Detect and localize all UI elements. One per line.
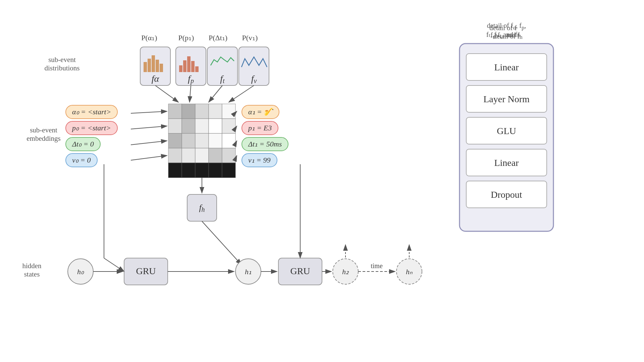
embed-v0: v₀ = 0 [65,153,98,167]
p-p-label: P(p₁) [178,34,194,42]
svg-rect-22 [222,148,235,163]
svg-line-56 [202,221,241,265]
svg-rect-10 [195,119,209,133]
svg-rect-35 [179,65,182,72]
main-svg: fα fp ft fv P(α₁) P(p₁) P(Δt₁) P(v₁) [0,0,644,362]
sub-event-embed-label: sub-event [30,126,57,134]
svg-rect-31 [152,55,155,72]
svg-rect-23 [168,163,182,178]
detail-linear1: Linear [494,62,519,72]
svg-rect-36 [183,60,186,72]
h0-label: h₀ [77,267,84,276]
svg-rect-8 [168,119,182,133]
embed-dt1: Δt₁ = 50ms [241,137,288,151]
svg-rect-9 [182,119,195,133]
p-delta-label: P(Δt₁) [209,34,227,42]
svg-line-71 [104,258,124,272]
embed-alpha1: α₁ = 🎷 [241,105,279,119]
svg-rect-11 [209,119,222,133]
gru1-label: GRU [136,266,156,276]
time-label: time [371,262,383,269]
hidden-states-label2: states [24,270,40,278]
sub-event-dist-label2: distributions [44,64,79,72]
h2-label: h₂ [342,267,349,276]
sub-event-dist-label: sub-event [48,56,76,64]
svg-rect-3 [168,104,182,119]
dist-fa-label: fα [152,73,160,84]
svg-rect-19 [182,148,195,163]
svg-rect-24 [182,163,195,178]
svg-rect-6 [209,104,222,119]
embed-p0: p₀ = <start> [65,121,118,135]
svg-line-49 [131,156,167,160]
svg-rect-30 [148,59,151,72]
svg-rect-18 [168,148,182,163]
svg-line-44 [209,85,222,102]
svg-rect-5 [195,104,209,119]
svg-rect-25 [195,163,209,178]
svg-rect-38 [191,61,195,72]
svg-line-42 [155,85,178,102]
detail-layernorm: Layer Norm [483,94,530,104]
svg-rect-7 [222,104,235,119]
sub-event-embed-label2: embeddings [26,134,60,142]
svg-rect-29 [144,62,147,72]
gru2-label: GRU [290,266,310,276]
svg-line-43 [190,85,191,102]
detail-dropout: Dropout [491,189,522,200]
hn-label: hₙ [406,267,413,276]
detail-panel-title: detail of fα, fp,ft, fv, and fh [466,22,547,41]
embed-alpha0: α₀ = <start> [65,105,118,119]
svg-line-47 [131,126,167,129]
h1-label: h₁ [245,267,252,276]
svg-rect-15 [195,133,209,148]
svg-rect-33 [160,64,163,72]
detail-glu: GLU [497,126,516,136]
svg-rect-26 [209,163,222,178]
p-alpha-label: P(α₁) [141,34,157,42]
svg-rect-12 [222,119,235,133]
detail-linear2: Linear [494,158,519,168]
svg-rect-21 [209,148,222,163]
svg-rect-20 [195,148,209,163]
embed-v1: v₁ = 99 [241,153,277,167]
svg-rect-14 [182,133,195,148]
svg-line-46 [131,111,167,113]
svg-rect-27 [222,163,235,178]
svg-rect-13 [168,133,182,148]
hidden-states-label: hidden [22,262,42,270]
diagram-container: fα fp ft fv P(α₁) P(p₁) P(Δt₁) P(v₁) [0,0,644,362]
embed-p1: p₁ = E3 [241,121,278,135]
p-v-label: P(v₁) [242,34,258,42]
svg-rect-17 [222,133,235,148]
svg-rect-39 [195,66,199,72]
embed-dt0: Δt₀ = 0 [65,137,101,151]
svg-rect-16 [209,133,222,148]
svg-rect-4 [182,104,195,119]
svg-line-48 [131,141,167,145]
svg-line-45 [229,85,254,102]
svg-rect-37 [187,56,191,72]
svg-rect-32 [156,60,159,72]
